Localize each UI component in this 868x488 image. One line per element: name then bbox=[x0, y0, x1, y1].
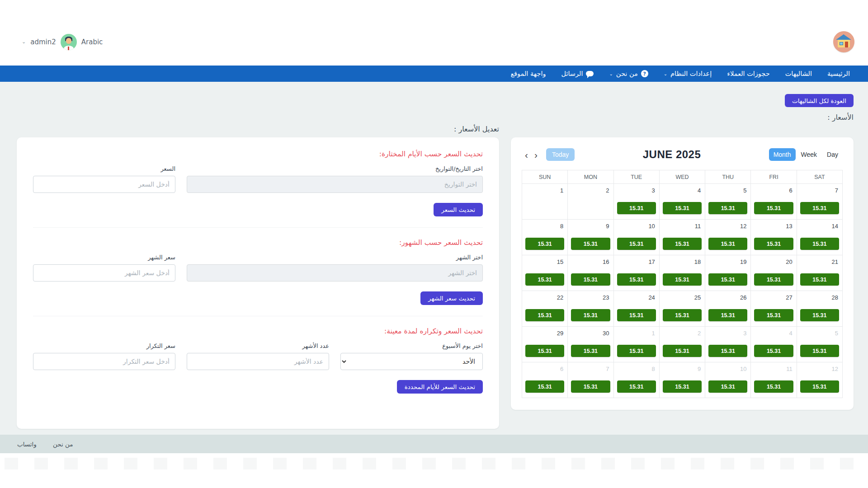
price-badge[interactable]: 15.31 bbox=[800, 273, 839, 286]
view-button-day[interactable]: Day bbox=[822, 148, 843, 161]
price-badge[interactable]: 15.31 bbox=[617, 273, 656, 286]
month-input[interactable] bbox=[187, 264, 483, 282]
update-selected-days-button[interactable]: تحديث السعر للأيام المحددة bbox=[397, 380, 483, 394]
price-badge[interactable]: 15.31 bbox=[663, 202, 702, 214]
price-badge[interactable]: 15.31 bbox=[800, 238, 839, 250]
calendar-day-cell[interactable]: 2415.31 bbox=[614, 291, 660, 327]
price-badge[interactable]: 15.31 bbox=[754, 380, 793, 393]
calendar-next-button[interactable]: › bbox=[531, 150, 541, 160]
price-input[interactable] bbox=[33, 176, 175, 193]
nav-item-messages[interactable]: الرسائل bbox=[561, 70, 594, 77]
calendar-day-cell[interactable]: 1215.31 bbox=[705, 220, 751, 255]
calendar-day-cell[interactable]: 3015.31 bbox=[568, 327, 613, 362]
calendar-day-cell[interactable]: 2815.31 bbox=[797, 291, 843, 327]
calendar-day-cell[interactable]: 515.31 bbox=[797, 327, 843, 362]
nav-item-site-interface[interactable]: واجهة الموقع bbox=[510, 70, 546, 77]
calendar-day-cell[interactable]: 915.31 bbox=[568, 220, 613, 255]
calendar-day-cell[interactable]: 1015.31 bbox=[614, 220, 660, 255]
price-badge[interactable]: 15.31 bbox=[708, 273, 747, 286]
back-to-chalets-button[interactable]: العودة لكل الشاليهات bbox=[785, 94, 854, 107]
price-badge[interactable]: 15.31 bbox=[525, 238, 564, 250]
calendar-day-cell[interactable]: 1715.31 bbox=[614, 255, 660, 291]
price-badge[interactable]: 15.31 bbox=[617, 345, 656, 357]
site-logo[interactable] bbox=[833, 31, 854, 52]
calendar-day-cell[interactable]: 2515.31 bbox=[660, 291, 705, 327]
calendar-day-cell[interactable]: 815.31 bbox=[614, 362, 660, 398]
calendar-day-cell[interactable]: 1315.31 bbox=[751, 220, 797, 255]
price-badge[interactable]: 15.31 bbox=[754, 309, 793, 321]
calendar-day-cell[interactable]: 815.31 bbox=[522, 220, 568, 255]
calendar-day-cell[interactable]: 2315.31 bbox=[568, 291, 613, 327]
calendar-day-cell[interactable]: 1415.31 bbox=[797, 220, 843, 255]
month-price-input[interactable] bbox=[33, 264, 175, 282]
calendar-day-cell[interactable]: 1115.31 bbox=[660, 220, 705, 255]
update-month-price-button[interactable]: تحديث سعر الشهر bbox=[420, 291, 483, 305]
calendar-day-cell[interactable]: 1015.31 bbox=[705, 362, 751, 398]
view-button-week[interactable]: Week bbox=[797, 148, 822, 161]
user-avatar[interactable] bbox=[61, 34, 77, 50]
footer-link-whatsapp[interactable]: واتساب bbox=[17, 441, 37, 448]
today-button[interactable]: Today bbox=[546, 148, 575, 161]
price-badge[interactable]: 15.31 bbox=[800, 345, 839, 357]
calendar-day-cell[interactable]: 1515.31 bbox=[522, 255, 568, 291]
price-badge[interactable]: 15.31 bbox=[708, 238, 747, 250]
calendar-day-cell[interactable]: 1915.31 bbox=[705, 255, 751, 291]
price-badge[interactable]: 15.31 bbox=[525, 309, 564, 321]
calendar-day-cell[interactable]: 515.31 bbox=[705, 184, 751, 220]
price-badge[interactable]: 15.31 bbox=[617, 238, 656, 250]
calendar-day-cell[interactable]: 315.31 bbox=[614, 184, 660, 220]
calendar-day-cell[interactable]: 615.31 bbox=[751, 184, 797, 220]
calendar-day-cell[interactable]: 2 bbox=[568, 184, 613, 220]
calendar-day-cell[interactable]: 1815.31 bbox=[660, 255, 705, 291]
price-badge[interactable]: 15.31 bbox=[663, 238, 702, 250]
price-badge[interactable]: 15.31 bbox=[571, 273, 610, 286]
calendar-day-cell[interactable]: 415.31 bbox=[660, 184, 705, 220]
calendar-day-cell[interactable]: 2715.31 bbox=[751, 291, 797, 327]
price-badge[interactable]: 15.31 bbox=[525, 345, 564, 357]
calendar-day-cell[interactable]: 1115.31 bbox=[751, 362, 797, 398]
update-price-button[interactable]: تحديث السعر bbox=[434, 203, 483, 216]
price-badge[interactable]: 15.31 bbox=[525, 380, 564, 393]
calendar-day-cell[interactable]: 1215.31 bbox=[797, 362, 843, 398]
nav-item-system-settings[interactable]: إعدادات النظام⌄ bbox=[664, 70, 712, 77]
calendar-day-cell[interactable]: 615.31 bbox=[522, 362, 568, 398]
price-badge[interactable]: 15.31 bbox=[663, 309, 702, 321]
calendar-day-cell[interactable]: 2215.31 bbox=[522, 291, 568, 327]
calendar-day-cell[interactable]: 215.31 bbox=[660, 327, 705, 362]
price-badge[interactable]: 15.31 bbox=[571, 309, 610, 321]
calendar-day-cell[interactable]: 2115.31 bbox=[797, 255, 843, 291]
price-badge[interactable]: 15.31 bbox=[571, 345, 610, 357]
dates-input[interactable] bbox=[187, 176, 483, 193]
price-badge[interactable]: 15.31 bbox=[708, 380, 747, 393]
price-badge[interactable]: 15.31 bbox=[617, 380, 656, 393]
price-badge[interactable]: 15.31 bbox=[754, 238, 793, 250]
view-button-month[interactable]: Month bbox=[769, 148, 796, 161]
calendar-day-cell[interactable]: 2915.31 bbox=[522, 327, 568, 362]
calendar-prev-button[interactable]: ‹ bbox=[522, 150, 531, 160]
price-badge[interactable]: 15.31 bbox=[571, 238, 610, 250]
price-badge[interactable]: 15.31 bbox=[617, 309, 656, 321]
calendar-day-cell[interactable]: 415.31 bbox=[751, 327, 797, 362]
price-badge[interactable]: 15.31 bbox=[708, 309, 747, 321]
calendar-day-cell[interactable]: 2615.31 bbox=[705, 291, 751, 327]
calendar-day-cell[interactable]: 2015.31 bbox=[751, 255, 797, 291]
price-badge[interactable]: 15.31 bbox=[663, 273, 702, 286]
price-badge[interactable]: 15.31 bbox=[754, 273, 793, 286]
price-badge[interactable]: 15.31 bbox=[663, 345, 702, 357]
price-badge[interactable]: 15.31 bbox=[571, 380, 610, 393]
calendar-day-cell[interactable]: 115.31 bbox=[614, 327, 660, 362]
price-badge[interactable]: 15.31 bbox=[754, 202, 793, 214]
calendar-day-cell[interactable]: 915.31 bbox=[660, 362, 705, 398]
username-label[interactable]: admin2 bbox=[30, 38, 56, 46]
price-badge[interactable]: 15.31 bbox=[754, 345, 793, 357]
language-label[interactable]: Arabic bbox=[81, 38, 103, 46]
nav-item-chalets[interactable]: الشاليهات bbox=[785, 70, 812, 77]
calendar-day-cell[interactable]: 1615.31 bbox=[568, 255, 613, 291]
price-badge[interactable]: 15.31 bbox=[708, 202, 747, 214]
chevron-down-icon[interactable]: ⌄ bbox=[22, 39, 26, 45]
footer-link-about-us[interactable]: من نحن bbox=[53, 441, 73, 448]
nav-item-home[interactable]: الرئيسية bbox=[827, 70, 850, 77]
recurring-price-input[interactable] bbox=[33, 353, 175, 370]
price-badge[interactable]: 15.31 bbox=[525, 273, 564, 286]
weekday-select[interactable]: الأحد bbox=[340, 353, 483, 370]
